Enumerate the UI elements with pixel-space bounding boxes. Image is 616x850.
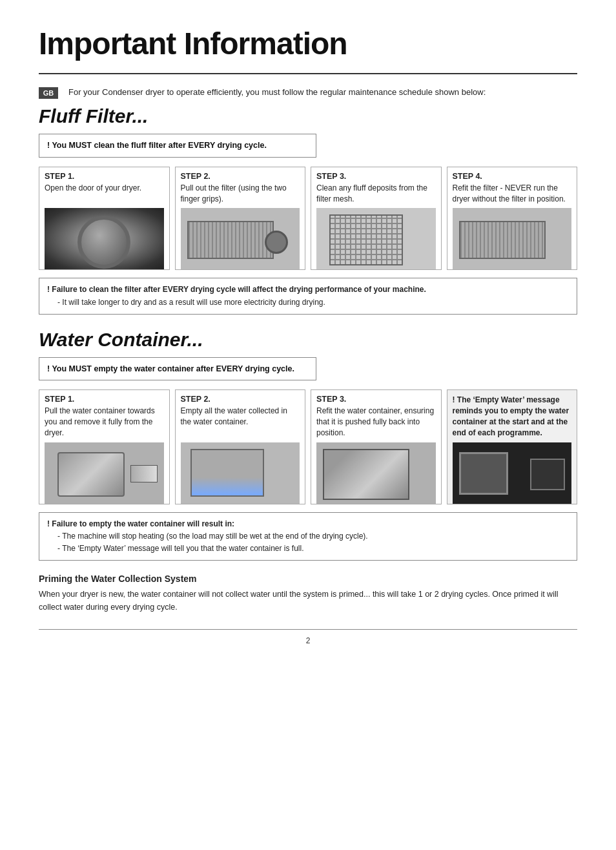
water-step-2-image: [181, 442, 300, 504]
priming-title: Priming the Water Collection System: [39, 574, 577, 584]
fluff-step-2-text: Pull out the filter (using the two finge…: [181, 183, 300, 205]
water-note-text: ! Failure to empty the water container w…: [47, 519, 234, 528]
water-container-warning: ! You MUST empty the water container aft…: [39, 357, 316, 381]
water-note-item-2: The ‘Empty Water’ message will tell you …: [57, 543, 569, 555]
water-container-steps: STEP 1. Pull the water container towards…: [39, 389, 577, 504]
fluff-note-list: It will take longer to dry and as a resu…: [47, 296, 569, 309]
water-note-box: ! Failure to empty the water container w…: [39, 512, 577, 561]
priming-text: When your dryer is new, the water contai…: [39, 588, 577, 614]
fluff-step-4-image: [453, 208, 572, 269]
fluff-note-item-1: It will take longer to dry and as a resu…: [57, 296, 569, 309]
fluff-step-2-label: STEP 2.: [181, 172, 300, 181]
fluff-step-1-label: STEP 1.: [45, 172, 164, 181]
fluff-step-1: STEP 1. Open the door of your dryer.: [39, 167, 170, 271]
water-step-1-image: [45, 442, 164, 504]
water-step-1-text: Pull the water container towards you and…: [45, 406, 164, 438]
fluff-note-box: ! Failure to clean the filter after EVER…: [39, 278, 577, 314]
fluff-step-4-text: Refit the filter - NEVER run the dryer w…: [453, 183, 572, 205]
water-step-4-image: [453, 442, 572, 504]
water-step-2: STEP 2. Empty all the water collected in…: [175, 389, 306, 504]
water-container-title: Water Container...: [39, 329, 577, 351]
water-note-item-1: The machine will stop heating (so the lo…: [57, 530, 569, 543]
fluff-step-2-image: [181, 208, 300, 269]
fluff-step-4-label: STEP 4.: [453, 172, 572, 181]
fluff-step-3: STEP 3. Clean any fluff deposits from th…: [311, 167, 442, 271]
language-badge: GB: [39, 87, 58, 99]
fluff-step-3-image: [316, 208, 436, 269]
water-step-3-label: STEP 3.: [316, 395, 436, 404]
fluff-step-4: STEP 4. Refit the filter - NEVER run the…: [447, 167, 578, 271]
intro-text: For your Condenser dryer to operate effi…: [68, 86, 577, 99]
water-step-2-label: STEP 2.: [181, 395, 300, 404]
water-step-2-text: Empty all the water collected in the wat…: [181, 406, 300, 428]
fluff-filter-steps: STEP 1. Open the door of your dryer. STE…: [39, 167, 577, 271]
fluff-step-1-text: Open the door of your dryer.: [45, 183, 164, 194]
fluff-step-2: STEP 2. Pull out the filter (using the t…: [175, 167, 306, 271]
water-step-3-image: [316, 442, 436, 504]
water-step-4-label: ! The ‘Empty Water’ message reminds you …: [453, 395, 572, 438]
bottom-divider: [39, 629, 577, 630]
fluff-filter-warning: ! You MUST clean the fluff filter after …: [39, 134, 316, 158]
page-number: 2: [39, 636, 577, 645]
fluff-step-3-text: Clean any fluff deposits from the filter…: [316, 183, 436, 205]
water-step-4-highlight: ! The ‘Empty Water’ message reminds you …: [447, 389, 578, 504]
fluff-step-3-label: STEP 3.: [316, 172, 436, 181]
top-divider: [39, 73, 577, 74]
water-step-1-label: STEP 1.: [45, 395, 164, 404]
fluff-warning-text: ! You MUST clean the fluff filter after …: [47, 141, 267, 150]
water-step-1: STEP 1. Pull the water container towards…: [39, 389, 170, 504]
water-note-list: The machine will stop heating (so the lo…: [47, 530, 569, 555]
water-step-3: STEP 3. Refit the water container, ensur…: [311, 389, 442, 504]
page-title: Important Information: [39, 26, 577, 61]
fluff-note-text: ! Failure to clean the filter after EVER…: [47, 285, 426, 294]
fluff-step-1-image: [45, 208, 164, 269]
water-warning-text: ! You MUST empty the water container aft…: [47, 364, 294, 373]
language-intro-row: GB For your Condenser dryer to operate e…: [39, 86, 577, 99]
fluff-filter-title: Fluff Filter...: [39, 105, 577, 127]
water-step-3-text: Refit the water container, ensuring that…: [316, 406, 436, 438]
